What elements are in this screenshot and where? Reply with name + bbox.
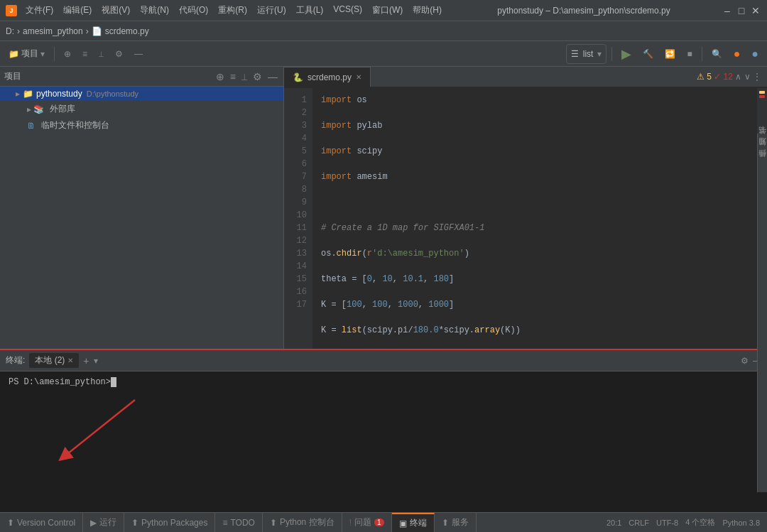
minimize-button[interactable]: – bbox=[722, 5, 733, 16]
tab-problems[interactable]: ! 问题 1 bbox=[342, 513, 392, 533]
terminal-expand-btn[interactable]: ▾ bbox=[94, 356, 98, 366]
terminal-label-tab: 终端 bbox=[410, 517, 427, 529]
project-min-icon[interactable]: — bbox=[266, 70, 279, 84]
extra-btn1[interactable]: ● bbox=[729, 44, 745, 64]
project-sync-icon[interactable]: ⊕ bbox=[214, 70, 226, 84]
code-line-2: import pylab bbox=[321, 119, 749, 132]
tab-more-btn[interactable]: ⚠ 5 ✓ 12 ∧ ∨ ⋮ bbox=[691, 67, 767, 87]
build-button[interactable]: 🔨 bbox=[638, 44, 658, 64]
run-label: 运行 bbox=[99, 516, 116, 528]
app-container: J 文件(F) 编辑(E) 视图(V) 导航(N) 代码(O) 重构(R) 运行… bbox=[0, 0, 767, 532]
tab-version-control[interactable]: ⬆ Version Control bbox=[0, 513, 83, 533]
tab-terminal[interactable]: ▣ 终端 bbox=[392, 513, 435, 533]
project-gear-icon[interactable]: ⚙ bbox=[251, 70, 263, 84]
menu-refactor[interactable]: 重构(R) bbox=[214, 3, 251, 18]
services-label: 服务 bbox=[452, 516, 469, 528]
toolbar-sep3 bbox=[702, 47, 702, 61]
menu-navigate[interactable]: 导航(N) bbox=[136, 3, 173, 18]
breadcrumb-sep2: › bbox=[86, 26, 89, 36]
terminal-content[interactable]: PS D:\amesim_python> bbox=[0, 371, 767, 512]
vc-label: Version Control bbox=[17, 518, 75, 528]
menu-file[interactable]: 文件(F) bbox=[21, 3, 58, 18]
search-button[interactable]: 🔍 bbox=[707, 44, 727, 64]
menu-bar: 文件(F) 编辑(E) 视图(V) 导航(N) 代码(O) 重构(R) 运行(U… bbox=[21, 3, 446, 18]
menu-window[interactable]: 窗口(W) bbox=[368, 3, 407, 18]
breadcrumb-file-icon: 📄 bbox=[92, 26, 102, 36]
tree-root[interactable]: ▸ 📁 pythonstudy D:\pythonstudy bbox=[0, 87, 283, 101]
right-tab-2[interactable]: 通知 bbox=[756, 148, 767, 156]
list-icon: ☰ bbox=[571, 49, 579, 59]
window-title: pythonstudy – D:\amesim_python\scrdemo.p… bbox=[446, 6, 722, 16]
run-icon: ▶ bbox=[90, 518, 97, 528]
terminal-settings-icon[interactable]: ⚙ bbox=[741, 356, 749, 366]
tab-run[interactable]: ▶ 运行 bbox=[83, 513, 124, 533]
pkg-icon: ⬆ bbox=[131, 518, 138, 528]
toolbar-sync-btn[interactable]: ⊕ bbox=[60, 44, 75, 64]
status-lang: Python 3.8 bbox=[722, 519, 760, 527]
menu-help[interactable]: 帮助(H) bbox=[408, 3, 446, 18]
tree-external-lib[interactable]: ▸ 📚 外部库 bbox=[0, 101, 283, 117]
services-icon: ⬆ bbox=[442, 518, 449, 528]
tab-icon: 🐍 bbox=[293, 72, 303, 82]
todo-label: TODO bbox=[230, 518, 254, 528]
toolbar-filter-btn[interactable]: ⟂ bbox=[94, 44, 108, 64]
breadcrumb: D: › amesim_python › 📄 scrdemo.py bbox=[0, 21, 767, 41]
project-list-icon[interactable]: ⟂ bbox=[240, 70, 249, 84]
extra-btn2[interactable]: ● bbox=[747, 44, 763, 64]
breadcrumb-filename[interactable]: scrdemo.py bbox=[105, 26, 149, 36]
terminal-tab-local[interactable]: 本地 (2) ✕ bbox=[29, 353, 79, 368]
lib-icon: ▸ 📚 bbox=[27, 104, 44, 114]
toolbar-project-btn[interactable]: 📁 项目 ▾ bbox=[4, 44, 49, 64]
tab-collapse-icon[interactable]: ∨ bbox=[744, 72, 751, 82]
close-button[interactable]: ✕ bbox=[750, 5, 761, 16]
tab-python-console[interactable]: ⬆ Python 控制台 bbox=[263, 513, 342, 533]
tree-temp[interactable]: 🗎 临时文件和控制台 bbox=[0, 117, 283, 134]
terminal-icon: ▣ bbox=[399, 519, 407, 528]
tab-close-icon[interactable]: ✕ bbox=[356, 73, 361, 81]
settings-icon: ⚙ bbox=[115, 49, 123, 59]
menu-run[interactable]: 运行(U) bbox=[253, 3, 290, 18]
breadcrumb-folder[interactable]: amesim_python bbox=[23, 26, 83, 36]
menu-vcs[interactable]: VCS(S) bbox=[329, 3, 366, 18]
terminal-close-icon[interactable]: ✕ bbox=[67, 357, 73, 364]
tab-services[interactable]: ⬆ 服务 bbox=[435, 513, 477, 533]
svg-line-1 bbox=[64, 400, 135, 457]
tab-python-packages[interactable]: ⬆ Python Packages bbox=[124, 513, 215, 533]
menu-tools[interactable]: 工具(L) bbox=[292, 3, 328, 18]
right-tab-1[interactable]: 书签 bbox=[756, 136, 767, 145]
warning-count: ⚠ 5 bbox=[697, 72, 712, 82]
status-line-col: 20:1 bbox=[606, 519, 621, 527]
editor-tab-scrdemo[interactable]: 🐍 scrdemo.py ✕ bbox=[284, 67, 371, 87]
menu-code[interactable]: 代码(O) bbox=[175, 3, 212, 18]
project-path: D:\pythonstudy bbox=[87, 89, 138, 98]
toolbar-sep2 bbox=[611, 47, 612, 61]
menu-view[interactable]: 视图(V) bbox=[97, 3, 134, 18]
terminal-add-btn[interactable]: + bbox=[83, 355, 89, 367]
config-label: list bbox=[583, 49, 594, 59]
breadcrumb-sep1: › bbox=[17, 26, 20, 36]
code-line-4: import amesim bbox=[321, 170, 749, 183]
tab-expand-icon[interactable]: ∧ bbox=[735, 72, 741, 82]
project-equal-icon[interactable]: ≡ bbox=[229, 70, 237, 84]
run-config-btn[interactable]: ☰ list ▾ bbox=[566, 44, 607, 64]
filter-icon: ⟂ bbox=[99, 49, 104, 59]
window-controls: – □ ✕ bbox=[722, 5, 761, 16]
run-button[interactable]: ▶ bbox=[617, 44, 636, 64]
maximize-button[interactable]: □ bbox=[736, 5, 747, 16]
tab-options-icon[interactable]: ⋮ bbox=[753, 72, 761, 82]
toolbar-equal-btn[interactable]: ≡ bbox=[78, 44, 92, 64]
warning-indicator bbox=[759, 91, 765, 94]
toolbar-minimize-panel-btn[interactable]: — bbox=[130, 44, 147, 64]
project-dropdown-icon: ▾ bbox=[40, 49, 45, 59]
right-tab-3[interactable]: 插件 bbox=[756, 159, 767, 168]
rebuild-button[interactable]: 🔁 bbox=[660, 44, 680, 64]
stop-button[interactable]: ■ bbox=[682, 44, 696, 64]
code-line-5 bbox=[321, 196, 749, 209]
console-label: Python 控制台 bbox=[280, 516, 334, 528]
toolbar-settings-btn[interactable]: ⚙ bbox=[111, 44, 127, 64]
menu-edit[interactable]: 编辑(E) bbox=[59, 3, 96, 18]
breadcrumb-drive[interactable]: D: bbox=[6, 26, 14, 36]
console-icon: ⬆ bbox=[270, 518, 277, 528]
error-indicator bbox=[759, 95, 765, 98]
tab-todo[interactable]: ≡ TODO bbox=[215, 513, 262, 533]
